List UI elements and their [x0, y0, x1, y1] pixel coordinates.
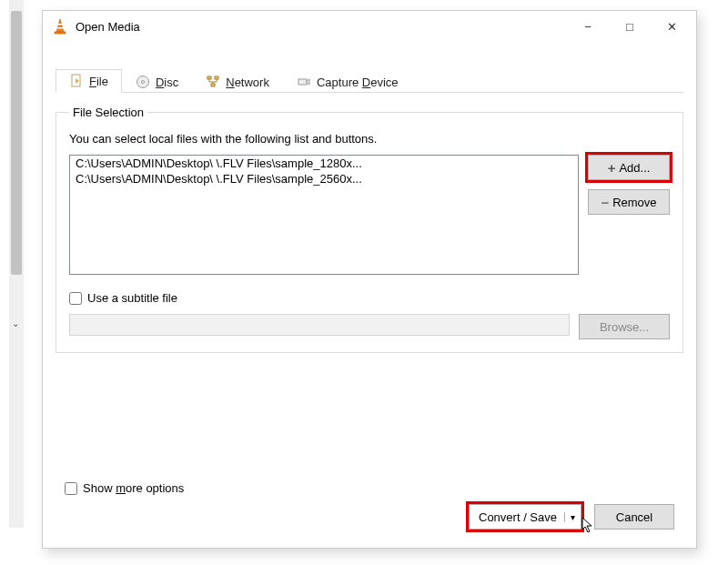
tab-network-label: Network: [226, 76, 269, 89]
subtitle-checkbox[interactable]: [69, 292, 82, 305]
disc-icon: [136, 75, 150, 89]
file-icon: [69, 74, 84, 88]
file-panel: File Selection You can select local file…: [56, 106, 683, 353]
tab-file[interactable]: File: [56, 69, 122, 93]
network-icon: [206, 75, 220, 89]
list-item[interactable]: C:\Users\ADMIN\Desktop\ \.FLV Files\samp…: [70, 171, 578, 187]
close-button[interactable]: ✕: [651, 13, 693, 40]
list-item[interactable]: C:\Users\ADMIN\Desktop\ \.FLV Files\samp…: [70, 156, 578, 171]
show-more-options[interactable]: Show more options: [65, 481, 184, 495]
svg-rect-3: [55, 32, 66, 34]
tab-disc[interactable]: Disc: [122, 70, 192, 93]
minus-icon: −: [601, 196, 609, 209]
vlc-cone-icon: [52, 18, 68, 35]
svg-rect-11: [298, 79, 307, 85]
tab-disc-label: Disc: [156, 76, 178, 89]
file-selection-legend: File Selection: [69, 106, 147, 119]
page-scrollbar[interactable]: ⌄: [9, 0, 24, 528]
plus-icon: +: [608, 161, 616, 175]
svg-rect-8: [207, 76, 211, 79]
tabstrip: File Disc Network Capture Device: [56, 67, 683, 93]
svg-rect-2: [57, 27, 63, 29]
tab-file-label: File: [89, 75, 108, 88]
convert-save-button[interactable]: Convert / Save ▾: [469, 504, 581, 530]
tab-capture-device[interactable]: Capture Device: [283, 70, 412, 93]
svg-rect-9: [215, 76, 218, 79]
svg-point-7: [141, 81, 144, 84]
subtitle-path-input[interactable]: [69, 314, 570, 336]
minimize-button[interactable]: −: [567, 13, 609, 40]
capture-icon: [297, 75, 311, 89]
svg-marker-0: [56, 19, 64, 32]
file-selection-group: File Selection You can select local file…: [56, 106, 683, 353]
remove-button[interactable]: − Remove: [588, 189, 670, 215]
cancel-button[interactable]: Cancel: [594, 504, 674, 530]
tab-capture-label: Capture Device: [317, 76, 399, 89]
titlebar: Open Media − □ ✕: [43, 11, 696, 42]
add-button[interactable]: + Add...: [588, 155, 670, 180]
chevron-down-icon: ⌄: [12, 318, 19, 328]
show-more-label: Show more options: [83, 481, 184, 495]
open-media-dialog: Open Media − □ ✕ File Disc: [42, 10, 697, 549]
dropdown-arrow-icon[interactable]: ▾: [564, 512, 575, 522]
show-more-checkbox[interactable]: [65, 482, 77, 495]
browse-button[interactable]: Browse...: [579, 314, 670, 339]
scrollbar-thumb[interactable]: [11, 11, 22, 275]
subtitle-checkbox-label: Use a subtitle file: [87, 291, 177, 305]
svg-rect-10: [211, 84, 215, 86]
maximize-button[interactable]: □: [609, 13, 651, 40]
file-selection-help: You can select local files with the foll…: [69, 132, 670, 146]
svg-rect-1: [58, 24, 63, 25]
file-list[interactable]: C:\Users\ADMIN\Desktop\ \.FLV Files\samp…: [69, 155, 579, 275]
window-title: Open Media: [76, 20, 567, 34]
tab-network[interactable]: Network: [192, 70, 283, 93]
